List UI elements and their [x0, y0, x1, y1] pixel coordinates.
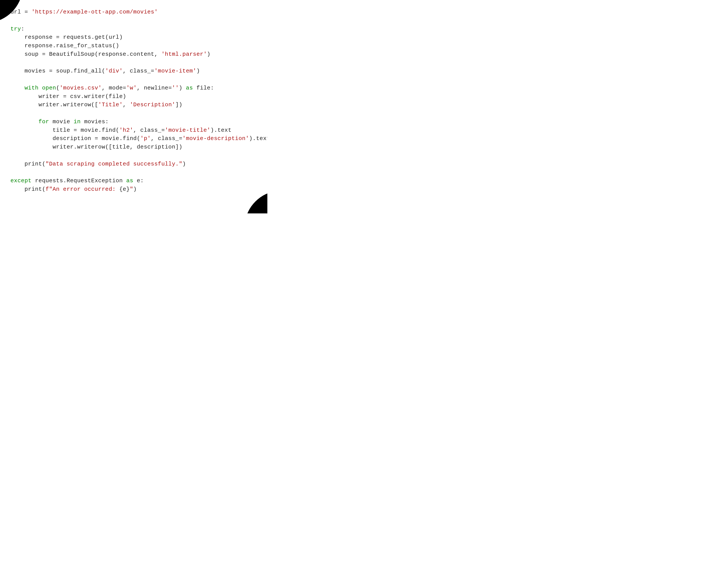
- code-token: movie: [49, 118, 74, 125]
- code-token: for: [38, 118, 49, 125]
- code-token: , class_=: [123, 68, 154, 74]
- code-token: ): [179, 85, 186, 91]
- code-token: 'https://example-ott-app.com/movies': [32, 9, 158, 15]
- code-line: print("Data scraping completed successfu…: [10, 161, 186, 167]
- code-token: print(: [10, 161, 46, 167]
- code-line: except requests.RequestException as e:: [10, 177, 144, 184]
- code-token: :: [21, 26, 24, 32]
- code-token: 'html.parser': [161, 51, 207, 57]
- code-token: try: [10, 26, 21, 32]
- code-token: movies = soup.find_all(: [10, 68, 105, 74]
- code-token: '': [172, 85, 179, 91]
- code-line: url = 'https://example-ott-app.com/movie…: [10, 9, 158, 15]
- code-token: (: [56, 85, 59, 91]
- code-token: as: [186, 85, 193, 91]
- code-token: writer = csv.writer(file): [10, 93, 126, 100]
- code-token: [10, 118, 38, 125]
- code-token: 'h2': [119, 127, 133, 134]
- code-token: with: [24, 85, 38, 91]
- code-token: except: [10, 177, 32, 184]
- code-token: e:: [133, 177, 144, 184]
- code-token: response = requests.get(url): [10, 34, 123, 40]
- code-token: ": [130, 186, 133, 193]
- code-token: writer.writerow([title, description]): [10, 144, 182, 150]
- code-token: 'movie-title': [165, 127, 210, 134]
- code-token: print(: [10, 186, 46, 193]
- code-line: with open('movies.csv', mode='w', newlin…: [10, 85, 214, 91]
- code-line: writer.writerow(['Title', 'Description']…: [10, 102, 182, 108]
- code-token: 'Title': [98, 102, 123, 108]
- code-token: title = movie.find(: [10, 127, 119, 134]
- code-token: , class_=: [133, 127, 165, 134]
- code-token: description = movie.find(: [10, 135, 140, 142]
- code-token: writer.writerow([: [10, 102, 98, 108]
- code-viewport: url = 'https://example-ott-app.com/movie…: [0, 0, 267, 214]
- code-token: as: [126, 177, 133, 184]
- code-token: response.raise_for_status(): [10, 43, 119, 49]
- code-line: title = movie.find('h2', class_='movie-t…: [10, 127, 232, 134]
- code-token: f"An error occurred:: [46, 186, 119, 193]
- code-token: open: [42, 85, 56, 91]
- code-line: response = requests.get(url): [10, 34, 123, 40]
- code-token: ): [133, 186, 137, 193]
- code-token: , mode=: [102, 85, 126, 91]
- code-token: , newline=: [137, 85, 172, 91]
- code-token: file:: [193, 85, 214, 91]
- code-line: response.raise_for_status(): [10, 43, 119, 49]
- code-token: movies:: [81, 118, 109, 125]
- code-token: 'movie-item': [154, 68, 196, 74]
- code-token: in: [74, 118, 81, 125]
- code-token: soup = BeautifulSoup(response.content,: [10, 51, 161, 57]
- code-line: movies = soup.find_all('div', class_='mo…: [10, 68, 200, 74]
- code-line: description = movie.find('p', class_='mo…: [10, 135, 267, 142]
- code-token: ): [196, 68, 200, 74]
- code-token: ).text: [210, 127, 232, 134]
- code-line: writer.writerow([title, description]): [10, 144, 182, 150]
- code-token: 'w': [126, 85, 137, 91]
- code-block: url = 'https://example-ott-app.com/movie…: [10, 8, 267, 194]
- code-token: "Data scraping completed successfully.": [46, 161, 182, 167]
- code-token: , class_=: [151, 135, 182, 142]
- code-token: {e}: [119, 186, 130, 193]
- code-line: writer = csv.writer(file): [10, 93, 126, 100]
- code-token: 'movie-description': [182, 135, 249, 142]
- code-token: ): [182, 161, 186, 167]
- code-token: 'Description': [130, 102, 175, 108]
- code-token: [38, 85, 42, 91]
- code-token: 'p': [140, 135, 151, 142]
- code-token: 'movies.csv': [59, 85, 102, 91]
- corner-decor-bottom-right: [244, 190, 267, 214]
- code-line: try:: [10, 26, 24, 32]
- code-token: ]): [175, 102, 182, 108]
- code-line: soup = BeautifulSoup(response.content, '…: [10, 51, 210, 57]
- code-token: ): [207, 51, 210, 57]
- code-line: print(f"An error occurred: {e}"): [10, 186, 137, 193]
- code-token: requests.RequestException: [32, 177, 126, 184]
- code-token: ).text: [249, 135, 267, 142]
- code-token: 'div': [105, 68, 123, 74]
- code-token: ,: [123, 102, 130, 108]
- code-token: [10, 85, 24, 91]
- code-line: for movie in movies:: [10, 118, 109, 125]
